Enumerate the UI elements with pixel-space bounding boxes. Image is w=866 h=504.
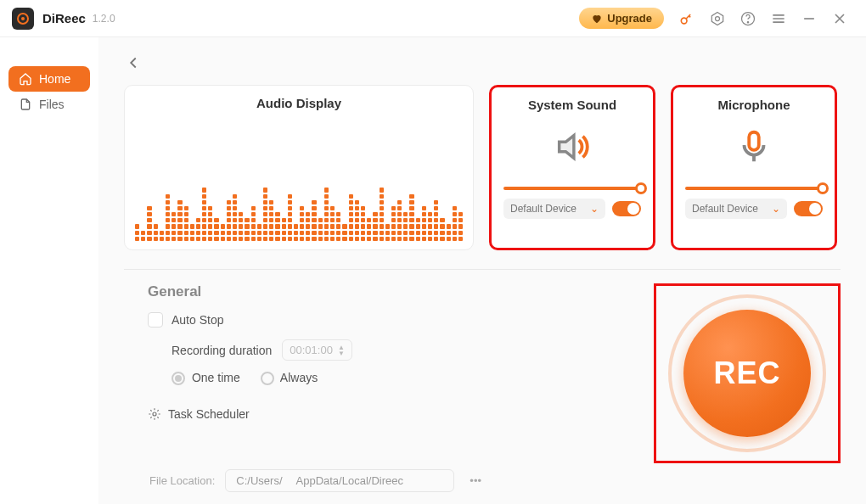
record-button[interactable]: REC [683,310,811,437]
heart-icon [591,13,603,25]
radio-icon [261,372,274,385]
file-icon [19,98,32,111]
title-bar: DiReec 1.2.0 Upgrade [0,0,866,37]
close-button[interactable] [830,9,849,28]
record-button-label: REC [713,356,780,391]
gear-icon [148,407,161,421]
system-sound-panel: System Sound Default Device ⌄ [489,85,655,250]
sidebar-item-files[interactable]: Files [8,92,90,117]
recording-duration-label: Recording duration [172,344,272,357]
audio-display-panel: Audio Display [124,85,474,250]
upgrade-button[interactable]: Upgrade [579,8,664,29]
panel-title: Audio Display [137,96,461,110]
chevron-down-icon: ⌄ [772,203,780,215]
microphone-panel: Microphone Default Device ⌄ [671,85,837,250]
svg-point-6 [747,21,748,22]
file-location-path[interactable]: C:/Users/ AppData/Local/Direec [225,469,454,492]
one-time-option[interactable]: One time [172,371,240,385]
system-volume-slider[interactable] [503,187,641,190]
audio-visualizer [135,139,463,241]
chevron-down-icon: ⌄ [590,203,599,215]
file-location-row: File Location: C:/Users/ AppData/Local/D… [149,469,486,492]
svg-point-8 [153,412,156,416]
app-name: DiReec [42,11,86,25]
panel-title: System Sound [503,98,641,112]
menu-icon[interactable] [769,9,788,28]
auto-stop-checkbox[interactable] [148,312,163,328]
back-button[interactable] [124,53,143,76]
speaker-icon [503,119,641,175]
upgrade-label: Upgrade [607,12,652,25]
general-section: General Auto Stop Recording duration 00:… [124,283,654,463]
sidebar-item-label: Home [39,72,70,86]
radio-icon [172,372,185,385]
app-version: 1.2.0 [93,13,115,25]
auto-stop-label: Auto Stop [172,313,224,327]
recording-duration-stepper[interactable]: 00:01:00 ▲▼ [282,339,352,361]
panel-title: Microphone [685,98,823,112]
minimize-button[interactable] [800,9,818,28]
microphone-icon [685,119,823,175]
main-area: Audio Display System Sound Default Devic… [98,37,866,504]
sidebar-item-label: Files [39,98,65,111]
system-device-select[interactable]: Default Device ⌄ [503,199,605,219]
always-option[interactable]: Always [261,371,318,385]
svg-point-1 [21,17,25,20]
divider [124,269,841,270]
stepper-arrows-icon[interactable]: ▲▼ [338,344,345,356]
settings-icon[interactable] [708,9,727,28]
microphone-toggle[interactable] [794,201,823,216]
help-icon[interactable] [739,9,757,28]
sidebar: Home Files [0,37,98,504]
task-scheduler-button[interactable]: Task Scheduler [148,407,654,421]
select-value: Default Device [510,203,576,215]
file-location-label: File Location: [149,474,215,487]
mic-device-select[interactable]: Default Device ⌄ [685,199,787,219]
svg-rect-7 [749,132,759,150]
duration-value: 00:01:00 [290,344,333,356]
home-icon [19,72,32,86]
record-ring: REC [668,294,826,452]
path-suffix: AppData/Local/Direec [296,474,403,487]
app-logo [12,8,34,30]
key-icon[interactable] [678,9,696,28]
file-location-more-button[interactable]: ••• [464,474,486,487]
general-heading: General [148,283,654,300]
svg-point-2 [681,18,687,24]
mic-volume-slider[interactable] [685,187,823,190]
record-area: REC [654,283,841,463]
select-value: Default Device [692,203,758,215]
svg-point-4 [716,16,720,20]
path-prefix: C:/Users/ [236,474,282,487]
svg-marker-3 [711,12,723,25]
task-scheduler-label: Task Scheduler [168,407,250,421]
system-sound-toggle[interactable] [612,201,641,216]
sidebar-item-home[interactable]: Home [8,66,90,92]
